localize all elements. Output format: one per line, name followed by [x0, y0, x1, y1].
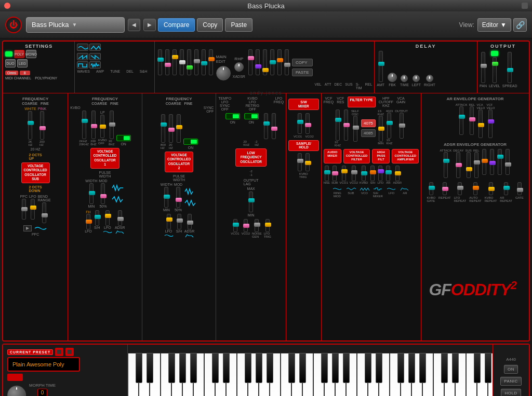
black-key[interactable] [343, 353, 350, 383]
adsr-slider-4[interactable] [270, 49, 274, 75]
lfo-toggle2[interactable] [244, 113, 259, 119]
filter-4075-btn[interactable]: 4075 [361, 119, 376, 127]
black-key[interactable] [332, 353, 339, 383]
output-spread-slider[interactable] [508, 52, 512, 83]
repeat-sl[interactable] [443, 182, 447, 195]
ar-attack-sl[interactable] [459, 106, 463, 135]
slider-3[interactable] [172, 49, 177, 75]
vco1-adsr-slider[interactable] [118, 210, 122, 226]
mode-leg-btn[interactable]: LEG [17, 59, 28, 67]
sub-sl[interactable] [332, 166, 337, 181]
adsr-slider-1[interactable] [248, 49, 252, 75]
midi-channel-display[interactable]: Omni [5, 71, 18, 75]
vco1-on-toggle[interactable] [116, 135, 131, 141]
adsr-attack-sl[interactable] [444, 152, 448, 178]
vco1-fine-slider[interactable] [91, 111, 96, 139]
adsr-slider-6[interactable] [285, 49, 289, 75]
mode-duo-btn[interactable]: DUO [5, 59, 16, 67]
vco1-lfo-out-sl[interactable] [233, 219, 237, 232]
vco2-on-toggle[interactable] [183, 139, 198, 145]
vco2-coarse-slider[interactable] [161, 114, 165, 143]
ar-repeat-sl[interactable] [504, 182, 508, 195]
prev-preset-button[interactable]: ◀ [128, 19, 140, 31]
preset-name-input[interactable]: Plain Awesome Poly [7, 357, 80, 372]
black-key[interactable] [168, 353, 175, 383]
black-key[interactable] [256, 353, 262, 383]
slider-8[interactable] [209, 49, 213, 75]
lfo-vcf-sl[interactable] [378, 166, 382, 181]
kvbo-gate-sl[interactable] [429, 182, 433, 195]
output-level-slider[interactable] [493, 57, 497, 83]
black-key[interactable] [212, 353, 219, 383]
close-button[interactable] [4, 3, 10, 9]
adsr-slider-2[interactable] [256, 49, 260, 75]
kvbo-repeat-sl[interactable] [489, 182, 493, 195]
auto-repeat-sl[interactable] [473, 182, 477, 195]
compare-button[interactable]: Compare [158, 18, 195, 32]
black-key[interactable] [441, 353, 448, 383]
vco2-adsr-sl[interactable] [188, 214, 192, 229]
vco-sub-coarse-slider[interactable] [28, 111, 32, 140]
lfo-repeat-sl[interactable] [458, 182, 462, 195]
main-edit-knob[interactable] [216, 66, 231, 80]
adsr-decay-sl[interactable] [456, 152, 460, 178]
power-button[interactable]: ⏻ [5, 17, 22, 33]
black-key[interactable] [245, 353, 251, 383]
vco2-pw-slider[interactable] [164, 187, 168, 208]
sawtooth-wave-btn[interactable] [77, 53, 88, 60]
lfo-freq-slider1[interactable] [264, 113, 268, 139]
paste-btn[interactable]: PASTE [292, 69, 313, 76]
vco2-lfo-out-sl[interactable] [244, 219, 248, 232]
delay-fbk-knob[interactable] [388, 73, 397, 82]
adsr-extra4-sl[interactable] [506, 149, 510, 175]
vco2-sh-sl[interactable] [177, 214, 181, 229]
black-key[interactable] [267, 353, 273, 383]
square-wave-btn[interactable] [77, 61, 88, 69]
filter-4085-btn[interactable]: 4085 [361, 129, 376, 137]
ppc-slider[interactable] [22, 199, 26, 220]
sw-mix-sl2[interactable] [305, 113, 310, 134]
vco-sub-fine-slider[interactable] [40, 111, 44, 140]
vco2-slider3[interactable] [177, 114, 181, 143]
ar-vca-sl[interactable] [478, 110, 483, 138]
adsr-extra2-sl[interactable] [490, 149, 494, 175]
hpf-freq-sl[interactable] [387, 113, 391, 139]
pw-mod-slider[interactable] [101, 183, 105, 204]
black-key[interactable] [299, 353, 306, 383]
lfo-toggle1[interactable] [225, 113, 240, 119]
vco2-lfo-sl[interactable] [167, 214, 171, 229]
play-btn[interactable]: ▶ [23, 225, 32, 231]
mode-mono-btn[interactable]: MONO [26, 50, 36, 58]
vco2-vcf-sl[interactable] [352, 166, 356, 181]
adsr-slider-5[interactable] [277, 49, 282, 75]
lfo-slider[interactable] [31, 199, 35, 220]
a440-on-btn[interactable]: ON [504, 365, 518, 374]
ramp-wave-btn[interactable] [89, 53, 101, 60]
slider-5[interactable] [187, 49, 191, 75]
delay-amt-slider[interactable] [379, 51, 383, 82]
poly-display[interactable]: 8 [20, 71, 30, 75]
lfo-trig-sl[interactable] [265, 219, 270, 232]
preset-red-btn2[interactable] [65, 348, 74, 356]
adsr-extra1-sl[interactable] [482, 149, 486, 175]
black-key[interactable] [408, 353, 415, 383]
piano-keys-container[interactable] [128, 353, 493, 396]
triangle-wave-btn[interactable] [89, 44, 101, 51]
sine-wave-btn[interactable] [77, 44, 88, 51]
vco1-fh-slider[interactable] [86, 214, 90, 229]
copy-btn[interactable]: COPY [292, 59, 313, 66]
panic-btn[interactable]: PANIC [500, 377, 521, 386]
next-preset-button[interactable]: ▶ [143, 19, 156, 31]
black-key[interactable] [452, 353, 459, 383]
morph-knob[interactable] [7, 386, 26, 397]
link-button[interactable]: 🔗 [513, 18, 527, 32]
vco1-lfo-slider[interactable] [105, 210, 110, 226]
black-key[interactable] [321, 353, 328, 383]
bend-slider[interactable] [42, 202, 46, 223]
noise-gen-sl[interactable] [255, 219, 259, 232]
mode-poly-btn[interactable]: POLY [14, 50, 24, 58]
delay-left-knob[interactable] [413, 75, 420, 82]
delay-right-knob[interactable] [426, 75, 433, 82]
adsr-slider-3[interactable] [263, 49, 267, 75]
vcf-freq-sl[interactable] [336, 110, 340, 141]
